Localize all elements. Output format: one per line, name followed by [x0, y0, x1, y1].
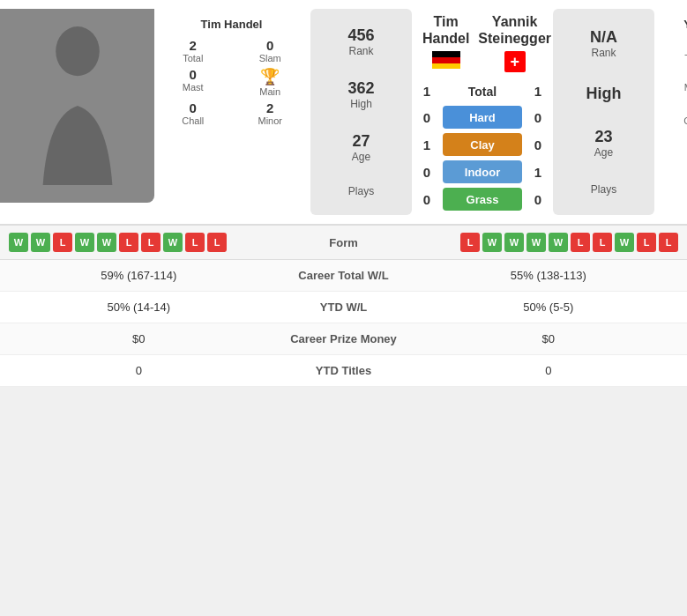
stat-right-value: 55% (138-113): [423, 269, 675, 282]
form-section: WWLWWLLWLL Form LWWWWLLWLL: [0, 225, 687, 260]
left-total-stat: 2 Total: [159, 38, 228, 63]
total-label: Total: [443, 85, 522, 99]
left-form-badge: L: [53, 233, 72, 252]
left-rank-label: Rank: [347, 45, 374, 57]
left-high-stat: 362 High: [347, 79, 374, 110]
right-middle-stats: N/A Rank High 23 Age Plays: [553, 9, 654, 215]
stat-right-value: 50% (5-5): [423, 301, 675, 314]
right-form-badge: L: [460, 233, 480, 252]
right-mast-label: Mast: [661, 82, 687, 93]
left-rank-value: 456: [347, 26, 374, 45]
right-flag-row: [478, 51, 551, 72]
right-high-value: High: [586, 85, 622, 103]
grass-right-score: 0: [529, 192, 547, 207]
left-name-center: Tim Handel: [414, 13, 478, 47]
indoor-right-score: 1: [529, 165, 547, 180]
stat-left-value: $0: [13, 332, 265, 345]
left-trophy-icon: 🏆: [260, 67, 280, 86]
stats-rows: 59% (167-114)Career Total W/L55% (138-11…: [0, 260, 687, 387]
right-form-badge: W: [615, 233, 634, 252]
stat-left-value: 50% (14-14): [13, 301, 265, 314]
form-label: Form: [291, 236, 397, 249]
right-total-label: Total: [661, 53, 687, 63]
left-mast-stat: 0 Mast: [159, 67, 228, 97]
grass-button: Grass: [443, 188, 522, 211]
stat-center-label: Career Total W/L: [265, 269, 423, 282]
right-stats-grid: 0 Total 0 Slam 0 Mast 🏆 Main 0 Chall: [661, 38, 687, 126]
player-section: Tim Handel 2 Total 0 Slam 0 Mast 🏆 Main: [0, 0, 687, 225]
stat-row: 0YTD Titles0: [0, 355, 687, 387]
hard-left-score: 0: [418, 110, 436, 125]
svg-point-0: [56, 26, 100, 76]
clay-right-score: 0: [529, 137, 547, 152]
left-total-label: Total: [159, 53, 228, 63]
stat-center-label: YTD Titles: [265, 364, 423, 377]
left-stats-grid: 2 Total 0 Slam 0 Mast 🏆 Main 0 Chall: [159, 38, 304, 126]
clay-row: 1 Clay 0: [418, 133, 547, 156]
right-rank-value: N/A: [590, 28, 617, 47]
hard-row: 0 Hard 0: [418, 106, 547, 129]
left-player-name: Tim Handel: [201, 18, 263, 31]
right-form-badges: LWWWWLLWLL: [397, 233, 679, 252]
right-form-badge: W: [504, 233, 524, 252]
swiss-flag: [504, 51, 526, 72]
left-minor-stat: 2 Minor: [236, 100, 305, 126]
right-total-value: 0: [661, 38, 687, 53]
right-player-info: Yannik Steinegger 0 Total 0 Slam 0 Mast …: [656, 9, 687, 215]
clay-button: Clay: [443, 133, 522, 156]
left-form-badge: L: [119, 233, 138, 252]
left-form-badge: L: [185, 233, 205, 252]
left-chall-value: 0: [159, 100, 228, 115]
left-plays-label: Plays: [348, 185, 374, 197]
right-form-badge: L: [593, 233, 612, 252]
left-mast-label: Mast: [159, 82, 228, 93]
grass-row: 0 Grass 0: [418, 188, 547, 211]
main-container: Tim Handel 2 Total 0 Slam 0 Mast 🏆 Main: [0, 0, 687, 387]
stat-right-value: $0: [423, 332, 675, 345]
indoor-button: Indoor: [443, 160, 522, 183]
right-chall-value: 0: [661, 100, 687, 115]
right-age-stat: 23 Age: [594, 128, 613, 159]
left-minor-value: 2: [236, 100, 305, 115]
left-middle-stats: 456 Rank 362 High 27 Age Plays: [310, 9, 412, 215]
right-plays-label: Plays: [591, 183, 616, 196]
left-rank-stat: 456 Rank: [347, 26, 374, 57]
hard-right-score: 0: [529, 110, 547, 125]
left-slam-stat: 0 Slam: [236, 38, 305, 63]
right-chall-stat: 0 Chall: [661, 100, 687, 126]
right-form-badge: W: [482, 233, 502, 252]
right-plays-stat: Plays: [591, 183, 616, 196]
hard-button: Hard: [443, 106, 522, 129]
left-high-label: High: [347, 98, 374, 110]
left-form-badge: W: [31, 233, 50, 252]
right-mast-value: 0: [661, 67, 687, 82]
left-slam-label: Slam: [236, 53, 305, 63]
stat-left-value: 59% (167-114): [13, 269, 265, 282]
match-center: Tim Handel Yannik Steinegger: [414, 9, 551, 215]
left-trophy-stat: 🏆 Main: [236, 67, 305, 97]
right-form-badge: L: [571, 233, 590, 252]
left-form-badge: L: [141, 233, 161, 252]
total-left-score: 1: [418, 84, 436, 99]
left-chall-stat: 0 Chall: [159, 100, 228, 126]
right-high-stat: High: [586, 85, 622, 103]
left-form-badge: W: [97, 233, 116, 252]
left-mast-value: 0: [159, 67, 228, 82]
left-plays-stat: Plays: [348, 185, 374, 197]
right-form-badge: L: [637, 233, 656, 252]
indoor-left-score: 0: [418, 165, 436, 180]
left-form-badges: WWLWWLLWLL: [9, 233, 291, 252]
left-slam-value: 0: [236, 38, 305, 53]
right-rank-stat: N/A Rank: [590, 28, 617, 59]
clay-left-score: 1: [418, 137, 436, 152]
right-age-value: 23: [594, 128, 613, 146]
left-flag-row: [414, 51, 478, 69]
left-player-photo: [0, 9, 154, 203]
right-chall-label: Chall: [661, 115, 687, 126]
left-form-badge: L: [207, 233, 227, 252]
right-total-stat: 0 Total: [661, 38, 687, 63]
left-age-label: Age: [352, 151, 370, 163]
left-age-stat: 27 Age: [352, 132, 370, 163]
right-age-label: Age: [594, 146, 613, 159]
right-form-badge: W: [526, 233, 546, 252]
